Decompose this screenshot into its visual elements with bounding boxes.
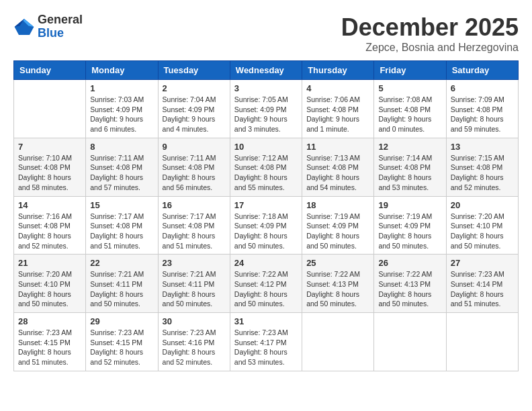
day-info: Sunrise: 7:15 AM Sunset: 4:08 PM Dayligh…: [451, 153, 514, 193]
calendar-cell: 28Sunrise: 7:23 AM Sunset: 4:15 PM Dayli…: [14, 313, 86, 371]
day-info: Sunrise: 7:21 AM Sunset: 4:11 PM Dayligh…: [163, 269, 226, 309]
day-info: Sunrise: 7:20 AM Sunset: 4:10 PM Dayligh…: [451, 212, 514, 251]
calendar-cell: 15Sunrise: 7:17 AM Sunset: 4:08 PM Dayli…: [86, 196, 158, 255]
day-number: 10: [234, 142, 298, 152]
day-info: Sunrise: 7:17 AM Sunset: 4:08 PM Dayligh…: [90, 212, 153, 251]
calendar-week-row: 21Sunrise: 7:20 AM Sunset: 4:10 PM Dayli…: [14, 255, 519, 313]
day-number: 15: [90, 200, 153, 210]
calendar-cell: [302, 313, 374, 371]
calendar-week-row: 1Sunrise: 7:03 AM Sunset: 4:09 PM Daylig…: [14, 80, 519, 138]
day-number: 9: [163, 142, 226, 152]
calendar-cell: 1Sunrise: 7:03 AM Sunset: 4:09 PM Daylig…: [86, 80, 158, 138]
calendar-cell: 14Sunrise: 7:16 AM Sunset: 4:08 PM Dayli…: [14, 196, 86, 255]
calendar-cell: 21Sunrise: 7:20 AM Sunset: 4:10 PM Dayli…: [14, 255, 86, 313]
day-number: 29: [90, 316, 153, 326]
weekday-header-tuesday: Tuesday: [158, 61, 230, 80]
day-info: Sunrise: 7:11 AM Sunset: 4:08 PM Dayligh…: [90, 153, 153, 193]
location: Zepce, Bosnia and Herzegovina: [341, 42, 519, 54]
month-title: December 2025: [341, 13, 519, 42]
logo-general: General: [38, 13, 83, 27]
day-info: Sunrise: 7:19 AM Sunset: 4:09 PM Dayligh…: [306, 212, 369, 251]
day-number: 31: [234, 316, 298, 326]
day-info: Sunrise: 7:05 AM Sunset: 4:09 PM Dayligh…: [234, 95, 298, 134]
day-number: 1: [90, 83, 153, 93]
day-info: Sunrise: 7:13 AM Sunset: 4:08 PM Dayligh…: [306, 153, 369, 193]
calendar-cell: 3Sunrise: 7:05 AM Sunset: 4:09 PM Daylig…: [230, 80, 302, 138]
day-info: Sunrise: 7:23 AM Sunset: 4:17 PM Dayligh…: [234, 328, 298, 367]
calendar-cell: [446, 313, 518, 371]
day-number: 4: [306, 83, 369, 93]
day-info: Sunrise: 7:06 AM Sunset: 4:08 PM Dayligh…: [306, 95, 369, 134]
day-number: 23: [163, 258, 226, 268]
calendar-cell: 12Sunrise: 7:14 AM Sunset: 4:08 PM Dayli…: [374, 138, 446, 196]
day-info: Sunrise: 7:18 AM Sunset: 4:09 PM Dayligh…: [234, 212, 298, 251]
calendar-cell: 24Sunrise: 7:22 AM Sunset: 4:12 PM Dayli…: [230, 255, 302, 313]
day-number: 11: [306, 142, 369, 152]
day-info: Sunrise: 7:17 AM Sunset: 4:08 PM Dayligh…: [163, 212, 226, 251]
calendar-cell: 22Sunrise: 7:21 AM Sunset: 4:11 PM Dayli…: [86, 255, 158, 313]
logo-icon: [13, 16, 35, 38]
calendar-cell: 9Sunrise: 7:11 AM Sunset: 4:08 PM Daylig…: [158, 138, 230, 196]
day-info: Sunrise: 7:19 AM Sunset: 4:09 PM Dayligh…: [378, 212, 441, 251]
calendar-table: SundayMondayTuesdayWednesdayThursdayFrid…: [13, 60, 519, 371]
day-number: 26: [378, 258, 441, 268]
calendar-cell: 26Sunrise: 7:22 AM Sunset: 4:13 PM Dayli…: [374, 255, 446, 313]
day-info: Sunrise: 7:16 AM Sunset: 4:08 PM Dayligh…: [18, 212, 81, 251]
day-number: 19: [378, 200, 441, 210]
calendar-cell: 18Sunrise: 7:19 AM Sunset: 4:09 PM Dayli…: [302, 196, 374, 255]
weekday-header-friday: Friday: [374, 61, 446, 80]
day-number: 22: [90, 258, 153, 268]
day-number: 3: [234, 83, 298, 93]
calendar-cell: 11Sunrise: 7:13 AM Sunset: 4:08 PM Dayli…: [302, 138, 374, 196]
day-number: 5: [378, 83, 441, 93]
day-info: Sunrise: 7:23 AM Sunset: 4:14 PM Dayligh…: [451, 269, 514, 309]
day-info: Sunrise: 7:23 AM Sunset: 4:15 PM Dayligh…: [18, 328, 81, 367]
calendar-cell: 2Sunrise: 7:04 AM Sunset: 4:09 PM Daylig…: [158, 80, 230, 138]
weekday-header-thursday: Thursday: [302, 61, 374, 80]
weekday-header-saturday: Saturday: [446, 61, 518, 80]
day-info: Sunrise: 7:04 AM Sunset: 4:09 PM Dayligh…: [163, 95, 226, 134]
weekday-header-row: SundayMondayTuesdayWednesdayThursdayFrid…: [14, 61, 519, 80]
day-info: Sunrise: 7:14 AM Sunset: 4:08 PM Dayligh…: [378, 153, 441, 193]
page-header: General Blue December 2025 Zepce, Bosnia…: [13, 13, 519, 54]
day-number: 21: [18, 258, 81, 268]
calendar-cell: 7Sunrise: 7:10 AM Sunset: 4:08 PM Daylig…: [14, 138, 86, 196]
day-number: 25: [306, 258, 369, 268]
calendar-cell: 13Sunrise: 7:15 AM Sunset: 4:08 PM Dayli…: [446, 138, 518, 196]
calendar-week-row: 7Sunrise: 7:10 AM Sunset: 4:08 PM Daylig…: [14, 138, 519, 196]
day-number: 12: [378, 142, 441, 152]
day-number: 17: [234, 200, 298, 210]
logo-blue: Blue: [38, 27, 83, 40]
day-info: Sunrise: 7:12 AM Sunset: 4:08 PM Dayligh…: [234, 153, 298, 193]
day-number: 14: [18, 200, 81, 210]
day-number: 13: [451, 142, 514, 152]
day-info: Sunrise: 7:20 AM Sunset: 4:10 PM Dayligh…: [18, 269, 81, 309]
day-number: 27: [451, 258, 514, 268]
calendar-cell: 31Sunrise: 7:23 AM Sunset: 4:17 PM Dayli…: [230, 313, 302, 371]
day-info: Sunrise: 7:08 AM Sunset: 4:08 PM Dayligh…: [378, 95, 441, 134]
day-number: 8: [90, 142, 153, 152]
calendar-cell: 17Sunrise: 7:18 AM Sunset: 4:09 PM Dayli…: [230, 196, 302, 255]
calendar-cell: 16Sunrise: 7:17 AM Sunset: 4:08 PM Dayli…: [158, 196, 230, 255]
day-number: 7: [18, 142, 81, 152]
day-info: Sunrise: 7:10 AM Sunset: 4:08 PM Dayligh…: [18, 153, 81, 193]
day-number: 28: [18, 316, 81, 326]
weekday-header-sunday: Sunday: [14, 61, 86, 80]
calendar-cell: 8Sunrise: 7:11 AM Sunset: 4:08 PM Daylig…: [86, 138, 158, 196]
title-block: December 2025 Zepce, Bosnia and Herzegov…: [341, 13, 519, 54]
calendar-cell: 6Sunrise: 7:09 AM Sunset: 4:08 PM Daylig…: [446, 80, 518, 138]
calendar-week-row: 28Sunrise: 7:23 AM Sunset: 4:15 PM Dayli…: [14, 313, 519, 371]
day-number: 6: [451, 83, 514, 93]
day-info: Sunrise: 7:22 AM Sunset: 4:13 PM Dayligh…: [378, 269, 441, 309]
day-number: 24: [234, 258, 298, 268]
day-info: Sunrise: 7:23 AM Sunset: 4:16 PM Dayligh…: [163, 328, 226, 367]
logo-text: General Blue: [38, 13, 83, 40]
logo: General Blue: [13, 13, 83, 40]
day-number: 16: [163, 200, 226, 210]
day-info: Sunrise: 7:09 AM Sunset: 4:08 PM Dayligh…: [451, 95, 514, 134]
calendar-cell: 29Sunrise: 7:23 AM Sunset: 4:15 PM Dayli…: [86, 313, 158, 371]
calendar-cell: 20Sunrise: 7:20 AM Sunset: 4:10 PM Dayli…: [446, 196, 518, 255]
weekday-header-wednesday: Wednesday: [230, 61, 302, 80]
calendar-cell: 25Sunrise: 7:22 AM Sunset: 4:13 PM Dayli…: [302, 255, 374, 313]
calendar-cell: 19Sunrise: 7:19 AM Sunset: 4:09 PM Dayli…: [374, 196, 446, 255]
